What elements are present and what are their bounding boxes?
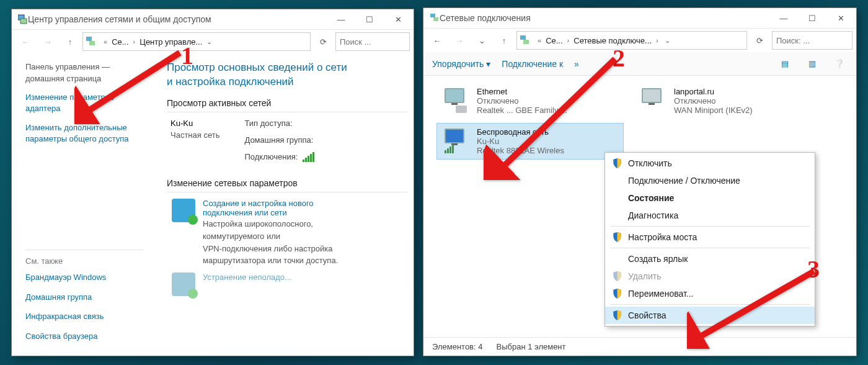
link-adapter-settings[interactable]: Изменение параметров адаптера [25, 92, 143, 114]
toolbar-connect[interactable]: Подключение к [502, 59, 563, 69]
window-icon [18, 14, 28, 24]
aux-firewall[interactable]: Брандмауэр Windows [25, 272, 143, 283]
close-button[interactable]: ✕ [826, 9, 855, 27]
aux-homegroup[interactable]: Домашняя группа [25, 292, 143, 303]
breadcrumb-icon [86, 36, 97, 47]
search-input[interactable] [776, 36, 868, 45]
wizard-link-l1[interactable]: Создание и настройка нового [203, 199, 338, 208]
forward-button[interactable]: → [38, 32, 58, 51]
adapter-icon [639, 87, 668, 113]
minimize-button[interactable]: — [769, 9, 798, 27]
ctx-bridge[interactable]: Настройка моста [605, 228, 815, 246]
ctx-sep3 [610, 304, 810, 305]
context-menu: Отключить Подключение / Отключение Состо… [604, 152, 815, 327]
breadcrumb[interactable]: « Се... › Сетевые подключе... › ⌄ [516, 31, 747, 50]
ctx-sep2 [610, 248, 810, 248]
wizard-link-l2[interactable]: подключения или сети [203, 208, 338, 217]
refresh-button[interactable]: ⟳ [313, 32, 333, 51]
adapter-icon [442, 87, 471, 113]
adapter-name: lanportal.ru [674, 87, 753, 96]
shield-icon [613, 158, 622, 168]
ctx-rename[interactable]: Переименоват... [605, 285, 815, 302]
up-button[interactable]: ↑ [494, 31, 514, 50]
adapter-device: Realtek 8821AE Wireles [477, 146, 564, 155]
link-sharing-l1[interactable]: Изменить дополнительные [25, 122, 143, 133]
view-mode-2-icon[interactable]: ▥ [804, 56, 820, 72]
breadcrumb[interactable]: « Се... › Центр управле... ⌄ [82, 32, 311, 51]
wizard-troubleshoot[interactable]: Устранение неполадо... [172, 273, 407, 296]
side-column: Панель управления — домашняя страница Из… [12, 53, 154, 356]
close-button[interactable]: ✕ [384, 10, 412, 29]
breadcrumb-icon [520, 35, 531, 46]
help-icon[interactable]: ❔ [831, 56, 848, 72]
link-sharing-l2[interactable]: параметры общего доступа [25, 133, 143, 145]
wizard-sub-l3: VPN-подключения либо настройка [203, 243, 338, 255]
kv-homegroup: Домашняя группа: [244, 135, 314, 145]
window-network-connections: Сетевые подключения — ☐ ✕ ← → ⌄ ↑ « Се..… [423, 7, 857, 356]
active-network-block: Ku-Ku Частная сеть Тип доступа: Домашняя… [170, 119, 407, 170]
chevron-down-icon[interactable]: ⌄ [662, 37, 673, 45]
maximize-button[interactable]: ☐ [355, 10, 384, 29]
network-name[interactable]: Ku-Ku [170, 119, 219, 128]
page-title: Просмотр основных сведений о сети и наст… [167, 61, 407, 89]
adapter-wireless[interactable]: Беспроводная сеть Ku-Ku Realtek 8821AE W… [437, 124, 623, 159]
search-box[interactable]: 🔍 [335, 32, 410, 51]
view-mode-1-icon[interactable]: ▤ [777, 56, 793, 72]
wizard-sub-l1: Настройка широкополосного, [203, 219, 338, 230]
ctx-delete[interactable]: Удалить [605, 268, 815, 285]
back-button[interactable]: ← [427, 31, 447, 50]
panel-home-l2[interactable]: домашняя страница [25, 74, 143, 83]
wizard-sub-l2: коммутируемого или [203, 231, 338, 242]
ctx-shortcut[interactable]: Создать ярлык [605, 250, 815, 268]
adapter-device: WAN Miniport (IKEv2) [674, 106, 753, 115]
forward-button[interactable]: → [450, 31, 469, 50]
see-also-label: См. также [25, 256, 143, 266]
ctx-diagnose[interactable]: Диагностика [605, 207, 815, 224]
recent-button[interactable]: ⌄ [472, 31, 492, 50]
up-button[interactable]: ↑ [60, 32, 80, 51]
wizard-new-connection[interactable]: Создание и настройка нового подключения … [172, 199, 407, 266]
section-change-settings: Изменение сетевых параметров [167, 178, 407, 188]
titlebar-right: Сетевые подключения — ☐ ✕ [423, 8, 856, 28]
breadcrumb-seg2[interactable]: Центр управле... [138, 37, 203, 47]
svg-rect-1 [20, 19, 27, 24]
minimize-button[interactable]: — [327, 10, 355, 29]
side-separator [25, 250, 143, 250]
adapter-name: Беспроводная сеть [477, 127, 564, 137]
ctx-status[interactable]: Состояние [605, 189, 815, 207]
svg-rect-5 [433, 17, 438, 21]
search-box[interactable]: 🔍 [772, 31, 852, 50]
new-connection-icon [172, 199, 195, 222]
toolbar-organize[interactable]: Упорядочить▾ [432, 59, 490, 69]
troubleshoot-icon [172, 273, 195, 296]
maximize-button[interactable]: ☐ [798, 9, 826, 27]
chevron-down-icon[interactable]: ⌄ [203, 38, 215, 46]
adapter-vpn[interactable]: lanportal.ru Отключено WAN Miniport (IKE… [634, 83, 820, 119]
network-kv-col: Тип доступа: Домашняя группа: Подключени… [244, 119, 314, 170]
breadcrumb-seg1[interactable]: Се... [110, 37, 130, 47]
ctx-sep1 [610, 226, 810, 227]
kv-access: Тип доступа: [244, 119, 314, 128]
ctx-properties[interactable]: Свойства [605, 307, 815, 324]
status-count: Элементов: 4 [432, 342, 482, 351]
wizard-text: Создание и настройка нового подключения … [203, 199, 338, 266]
network-name-col: Ku-Ku Частная сеть [170, 119, 219, 170]
breadcrumb-seg2[interactable]: Сетевые подключе... [572, 36, 653, 45]
adapter-status: Отключено [477, 96, 567, 106]
chevron-left-icon: « [100, 38, 110, 45]
status-bar: Элементов: 4 Выбран 1 элемент [423, 337, 856, 356]
aux-infrared[interactable]: Инфракрасная связь [25, 311, 143, 322]
breadcrumb-seg1[interactable]: Се... [544, 36, 564, 45]
back-button[interactable]: ← [16, 32, 35, 51]
troubleshoot-link[interactable]: Устранение неполадо... [203, 273, 291, 282]
window-title: Сетевые подключения [440, 13, 531, 23]
adapter-ethernet[interactable]: Ethernet Отключено Realtek ... GBE Famil… [437, 83, 623, 119]
ctx-connect[interactable]: Подключение / Отключение [605, 172, 815, 189]
toolbar-overflow[interactable]: » [574, 59, 579, 69]
window-network-center: Центр управления сетями и общим доступом… [11, 9, 414, 356]
panel-home-l1[interactable]: Панель управления — [25, 62, 143, 71]
ctx-disable[interactable]: Отключить [605, 155, 815, 172]
aux-browser-props[interactable]: Свойства браузера [25, 331, 143, 342]
adapter-name: Ethernet [477, 87, 567, 96]
refresh-button[interactable]: ⟳ [750, 31, 769, 50]
